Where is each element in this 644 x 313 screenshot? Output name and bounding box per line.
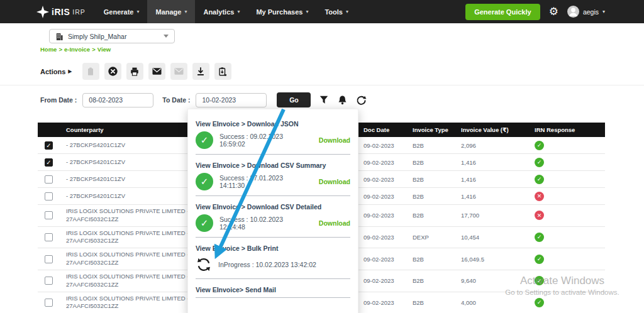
download-button[interactable] bbox=[192, 63, 209, 80]
go-button[interactable]: Go bbox=[277, 92, 311, 107]
generate-quickly-button[interactable]: Generate Quickly bbox=[465, 4, 540, 20]
popup-divider bbox=[196, 297, 350, 298]
notification-item: View EInvoice > Download JSON ✓ Success … bbox=[196, 120, 350, 155]
breadcrumb-item-e-invoice[interactable]: e-Invoice bbox=[64, 46, 90, 53]
invoice-value-cell: 10,454 bbox=[461, 234, 535, 241]
success-check-icon: ✓ bbox=[196, 173, 213, 190]
invoice-type-cell: B2B bbox=[413, 299, 461, 306]
irn-status-icon: ✕ bbox=[535, 192, 544, 201]
notification-status-text: Success : 09.02.2023 16:59:02 bbox=[219, 133, 309, 148]
invoice-type-cell: DEXP bbox=[413, 234, 461, 241]
popup-divider bbox=[196, 278, 350, 279]
notification-status-row: InProgress : 10.02.2023 13:42:02 bbox=[196, 256, 350, 273]
actions-toolbar: Actions▶ bbox=[40, 63, 231, 80]
doc-date-cell: 09-02-2023 bbox=[364, 277, 413, 284]
brand-main-text: iRIS bbox=[52, 7, 70, 17]
to-date-label: To Date : bbox=[162, 96, 190, 104]
irn-status-icon: ✓ bbox=[535, 233, 544, 242]
notification-item: View EInvoice > Bulk Print InProgress : … bbox=[196, 244, 350, 279]
nav-item-analytics[interactable]: Analytics▾ bbox=[195, 0, 248, 23]
gear-icon[interactable]: ⚙ bbox=[549, 6, 558, 17]
notification-item: View EInvoice > Download CSV Summary ✓ S… bbox=[196, 162, 350, 196]
notification-title: View EInvoice > Download JSON bbox=[196, 120, 350, 128]
chevron-down-icon: ▾ bbox=[237, 9, 240, 14]
mail-secondary-button[interactable] bbox=[170, 63, 187, 80]
popup-divider bbox=[196, 195, 350, 196]
mail-secondary-icon bbox=[174, 67, 184, 76]
refresh-icon bbox=[356, 95, 367, 106]
doc-date-cell: 09-02-2023 bbox=[364, 142, 413, 149]
popup-divider bbox=[196, 154, 350, 155]
to-date-input[interactable] bbox=[196, 93, 267, 107]
notification-status-row: ✓ Success : 09.02.2023 16:59:02 Download bbox=[196, 131, 350, 149]
iris-irp-logo[interactable]: iRIS IRP bbox=[36, 6, 86, 18]
print-button[interactable] bbox=[126, 63, 143, 80]
company-select-value: Simply Shilp_Mahar bbox=[68, 33, 159, 40]
invoice-value-cell: 4,000 bbox=[461, 299, 535, 306]
doc-date-cell: 09-02-2023 bbox=[364, 159, 413, 166]
date-filter-bar: From Date : To Date : Go bbox=[40, 92, 367, 107]
row-checkbox[interactable] bbox=[45, 175, 53, 184]
irn-status-icon: ✓ bbox=[535, 276, 544, 285]
chevron-down-icon: ▾ bbox=[306, 9, 308, 14]
user-menu[interactable]: aegis ▾ bbox=[567, 6, 605, 18]
copy-icon bbox=[86, 67, 96, 77]
download-link[interactable]: Download bbox=[319, 219, 350, 227]
col-irn-response: IRN Response bbox=[535, 126, 605, 133]
bell-icon bbox=[337, 95, 348, 106]
top-navbar: iRIS IRP Generate▾Manage▾Analytics▾My Pu… bbox=[0, 0, 644, 23]
notification-status-text: InProgress : 10.02.2023 13:42:02 bbox=[218, 261, 316, 268]
from-date-label: From Date : bbox=[40, 96, 77, 104]
doc-date-cell: 09-02-2023 bbox=[364, 234, 413, 241]
invoice-type-cell: B2B bbox=[413, 256, 461, 263]
cancel-button[interactable] bbox=[104, 63, 121, 80]
section-divider bbox=[0, 85, 644, 85]
download-link[interactable]: Download bbox=[319, 136, 350, 144]
nav-item-manage[interactable]: Manage▾ bbox=[147, 0, 195, 23]
from-date-input[interactable] bbox=[82, 93, 153, 107]
download-report-button[interactable] bbox=[214, 63, 231, 80]
success-check-icon: ✓ bbox=[196, 214, 213, 232]
app-root: iRIS IRP Generate▾Manage▾Analytics▾My Pu… bbox=[0, 0, 644, 313]
nav-item-generate[interactable]: Generate▾ bbox=[96, 0, 148, 23]
notification-title: View EInvoice > Download CSV Summary bbox=[196, 162, 350, 169]
copy-button[interactable] bbox=[82, 63, 99, 80]
row-checkbox[interactable] bbox=[45, 233, 53, 241]
notification-title: View EInvoice > Bulk Print bbox=[196, 244, 350, 252]
row-checkbox[interactable] bbox=[45, 192, 53, 200]
irn-status-icon: ✓ bbox=[535, 175, 544, 184]
chevron-down-icon: ▾ bbox=[346, 9, 348, 14]
mail-button[interactable] bbox=[148, 63, 165, 80]
in-progress-sync-icon bbox=[196, 256, 212, 273]
building-icon bbox=[55, 32, 64, 41]
row-checkbox[interactable] bbox=[45, 277, 53, 285]
company-select[interactable]: Simply Shilp_Mahar bbox=[49, 29, 175, 43]
filter-button[interactable] bbox=[319, 95, 329, 105]
row-checkbox[interactable]: ✓ bbox=[45, 141, 53, 150]
notification-item: View EInvoice > Download CSV Detailed ✓ … bbox=[196, 203, 350, 238]
nav-item-tools[interactable]: Tools▾ bbox=[316, 0, 357, 23]
invoice-type-cell: B2B bbox=[413, 142, 461, 149]
arrow-right-icon: ▶ bbox=[68, 69, 72, 74]
breadcrumb-item-home[interactable]: Home bbox=[40, 46, 57, 53]
row-checkbox[interactable] bbox=[45, 255, 53, 263]
row-checkbox[interactable] bbox=[45, 299, 53, 307]
row-checkbox[interactable]: ✓ bbox=[45, 158, 53, 167]
success-check-icon: ✓ bbox=[196, 131, 213, 149]
actions-label[interactable]: Actions▶ bbox=[40, 68, 72, 75]
notification-title: View EInvoice > Download CSV Detailed bbox=[196, 203, 350, 211]
row-checkbox[interactable] bbox=[45, 211, 53, 219]
cancel-icon bbox=[108, 66, 118, 77]
popup-divider bbox=[196, 237, 350, 238]
notification-title: View EInvoice> Send Mail bbox=[196, 286, 350, 294]
download-link[interactable]: Download bbox=[319, 178, 350, 185]
refresh-button[interactable] bbox=[356, 95, 367, 106]
invoice-value-cell: 1,416 bbox=[461, 176, 535, 183]
invoice-value-cell: 9,640 bbox=[461, 277, 535, 284]
avatar bbox=[567, 6, 579, 18]
notifications-button[interactable] bbox=[337, 95, 348, 106]
invoice-value-cell: 1,416 bbox=[461, 193, 535, 200]
nav-item-my-purchases[interactable]: My Purchases▾ bbox=[248, 0, 316, 23]
chevron-down-icon bbox=[164, 35, 169, 38]
breadcrumb-item-view[interactable]: View bbox=[97, 46, 111, 53]
